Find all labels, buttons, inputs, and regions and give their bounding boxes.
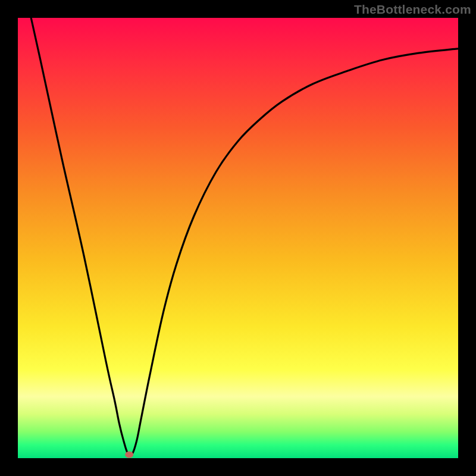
watermark-text: TheBottleneck.com	[354, 2, 471, 17]
gradient-background	[18, 18, 458, 458]
minimum-marker	[125, 452, 133, 458]
chart-canvas	[18, 18, 458, 458]
chart-frame	[18, 18, 458, 458]
